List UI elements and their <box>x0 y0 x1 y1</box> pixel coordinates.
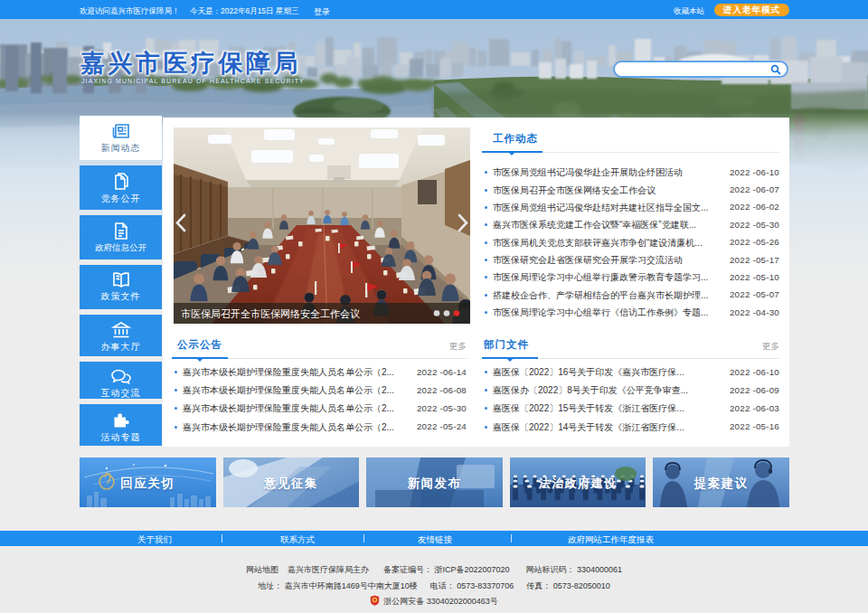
svg-text:市医保局召开全市医保网络安全工作会议: 市医保局召开全市医保网络安全工作会议 <box>181 308 360 319</box>
